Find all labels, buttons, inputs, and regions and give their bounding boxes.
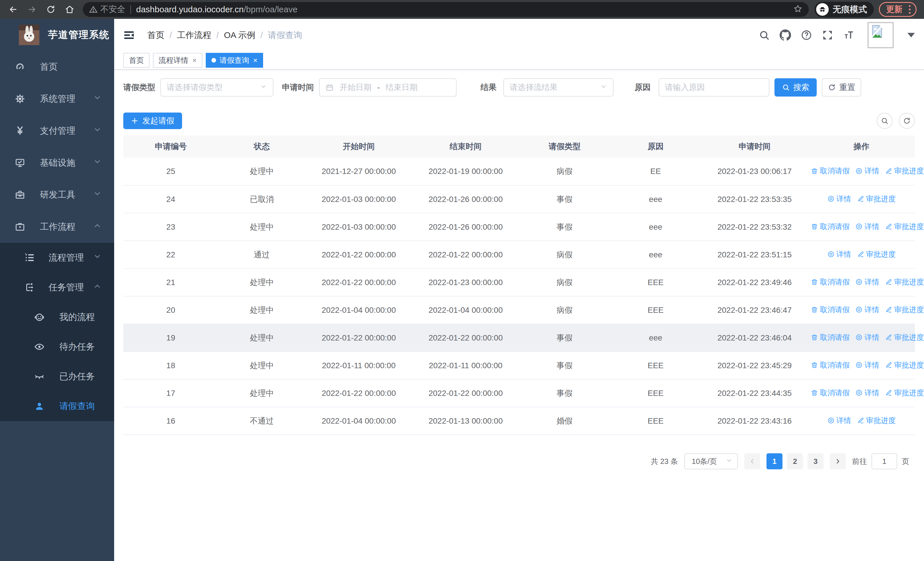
tab-leave-query[interactable]: 请假查询× bbox=[206, 53, 263, 68]
refresh-table-button[interactable] bbox=[899, 113, 915, 129]
detail-action-link[interactable]: 详情 bbox=[855, 166, 879, 176]
browser-update-button[interactable]: 更新 bbox=[879, 2, 916, 17]
sidebar-collapse-icon[interactable] bbox=[123, 29, 136, 41]
header-search-icon[interactable] bbox=[758, 28, 771, 42]
action-label: 审批进度 bbox=[866, 250, 896, 259]
sidebar-item-done-tasks[interactable]: 已办任务 bbox=[0, 362, 114, 391]
github-icon[interactable] bbox=[778, 28, 792, 42]
sidebar-item-leave-query[interactable]: 请假查询 bbox=[0, 391, 114, 421]
detail-action-link[interactable]: 详情 bbox=[855, 305, 879, 315]
breadcrumb-item[interactable]: 工作流程 bbox=[177, 29, 211, 41]
reset-button[interactable]: 重置 bbox=[822, 78, 861, 96]
security-indicator[interactable]: 不安全 bbox=[89, 4, 125, 15]
chevron-down-icon bbox=[725, 457, 733, 466]
action-label: 审批进度 bbox=[894, 332, 924, 343]
cancel-action-link[interactable]: 取消请假 bbox=[811, 388, 849, 398]
sidebar-item-infrastructure[interactable]: 基础设施 bbox=[0, 147, 114, 179]
cancel-action-link[interactable]: 取消请假 bbox=[811, 332, 849, 343]
sidebar-item-my-process[interactable]: 我的流程 bbox=[0, 302, 114, 332]
tab-close-icon[interactable]: × bbox=[253, 56, 257, 65]
browser-back-icon[interactable] bbox=[8, 4, 19, 15]
page-button-1[interactable]: 1 bbox=[766, 453, 783, 469]
edit-icon bbox=[885, 278, 892, 286]
progress-action-link[interactable]: 审批进度 bbox=[885, 277, 924, 287]
detail-action-link[interactable]: 详情 bbox=[827, 250, 851, 259]
page-size-select[interactable]: 10条/页 bbox=[684, 453, 738, 469]
apply-time-range-picker[interactable]: 开始日期 - 结束日期 bbox=[319, 78, 457, 96]
toggle-search-button[interactable] bbox=[877, 113, 892, 129]
leave-type-select[interactable]: 请选择请假类型 bbox=[160, 78, 273, 96]
app-logo-row[interactable]: 芋道管理系统 bbox=[0, 19, 114, 51]
detail-action-link[interactable]: 详情 bbox=[855, 222, 879, 232]
detail-action-link[interactable]: 详情 bbox=[855, 388, 879, 398]
goto-page-input[interactable]: 1 bbox=[872, 453, 897, 469]
tab-close-icon[interactable]: × bbox=[192, 56, 196, 65]
reason-input[interactable]: 请输入原因 bbox=[658, 78, 770, 96]
search-button[interactable]: 搜索 bbox=[774, 78, 817, 96]
page-button-2[interactable]: 2 bbox=[787, 453, 803, 469]
cancel-action-link[interactable]: 取消请假 bbox=[811, 166, 849, 176]
detail-action-link[interactable]: 详情 bbox=[855, 360, 879, 370]
cancel-action-link[interactable]: 取消请假 bbox=[811, 305, 849, 315]
sidebar-item-todo-tasks[interactable]: 待办任务 bbox=[0, 332, 114, 362]
cell-end-time: 2022-01-26 00:00:00 bbox=[412, 185, 519, 213]
tab-home[interactable]: 首页 bbox=[123, 53, 150, 68]
cancel-action-link[interactable]: 取消请假 bbox=[811, 222, 849, 232]
sidebar-item-payment-mgmt[interactable]: 支付管理 bbox=[0, 115, 114, 147]
table-row: 20处理中2022-01-04 00:00:002022-01-04 00:00… bbox=[123, 296, 915, 324]
column-header: 请假类型 bbox=[519, 135, 610, 158]
cell-reason: EEE bbox=[610, 296, 701, 324]
progress-action-link[interactable]: 审批进度 bbox=[885, 360, 924, 370]
avatar[interactable] bbox=[867, 22, 894, 48]
sidebar-item-task-mgmt[interactable]: 任务管理 bbox=[0, 272, 114, 302]
sidebar-item-home[interactable]: 首页 bbox=[0, 51, 114, 83]
browser-forward-icon[interactable] bbox=[26, 4, 38, 15]
progress-action-link[interactable]: 审批进度 bbox=[885, 166, 924, 176]
calendar-icon bbox=[325, 83, 334, 92]
detail-action-link[interactable]: 详情 bbox=[855, 277, 879, 287]
progress-action-link[interactable]: 审批进度 bbox=[885, 388, 924, 398]
help-icon[interactable] bbox=[800, 28, 813, 42]
detail-action-link[interactable]: 详情 bbox=[855, 332, 879, 343]
chevron-down-icon bbox=[93, 190, 102, 200]
progress-action-link[interactable]: 审批进度 bbox=[885, 222, 924, 232]
tab-process-detail[interactable]: 流程详情× bbox=[153, 53, 202, 68]
eye-detail-icon bbox=[855, 389, 862, 397]
progress-action-link[interactable]: 审批进度 bbox=[885, 305, 924, 315]
breadcrumb-item[interactable]: OA 示例 bbox=[224, 29, 255, 41]
progress-action-link[interactable]: 审批进度 bbox=[857, 194, 896, 204]
progress-action-link[interactable]: 审批进度 bbox=[857, 250, 896, 259]
create-leave-button[interactable]: 发起请假 bbox=[123, 113, 182, 129]
progress-action-link[interactable]: 审批进度 bbox=[885, 332, 924, 343]
font-size-icon[interactable] bbox=[842, 28, 855, 42]
page-button-3[interactable]: 3 bbox=[808, 453, 824, 469]
browser-home-icon[interactable] bbox=[64, 4, 75, 15]
cancel-action-link[interactable]: 取消请假 bbox=[811, 360, 849, 370]
detail-action-link[interactable]: 详情 bbox=[827, 416, 851, 426]
sidebar-item-system-mgmt[interactable]: 系统管理 bbox=[0, 83, 114, 115]
avatar-caret-icon[interactable] bbox=[908, 33, 915, 38]
fullscreen-icon[interactable] bbox=[821, 28, 834, 42]
browser-toolbar: 不安全 dashboard.yudao.iocoder.cn/bpm/oa/le… bbox=[0, 0, 924, 19]
sidebar-item-workflow[interactable]: 工作流程 bbox=[0, 211, 114, 243]
progress-action-link[interactable]: 审批进度 bbox=[857, 416, 896, 426]
browser-menu-icon[interactable] bbox=[908, 4, 912, 15]
table-tools bbox=[877, 113, 915, 129]
trash-icon bbox=[811, 223, 818, 230]
result-select[interactable]: 请选择流结果 bbox=[503, 78, 614, 96]
cell-end-time: 2022-01-22 00:00:00 bbox=[412, 379, 519, 407]
cell-end-time: 2022-01-04 00:00:00 bbox=[412, 296, 519, 324]
sidebar-item-process-mgmt[interactable]: 流程管理 bbox=[0, 243, 114, 272]
next-page-button[interactable] bbox=[830, 453, 846, 469]
prev-page-button[interactable] bbox=[744, 453, 760, 469]
breadcrumb-item[interactable]: 首页 bbox=[147, 29, 164, 41]
trash-icon bbox=[811, 306, 818, 313]
url-bar[interactable]: 不安全 dashboard.yudao.iocoder.cn/bpm/oa/le… bbox=[83, 2, 809, 17]
browser-reload-icon[interactable] bbox=[45, 4, 57, 15]
cancel-action-link[interactable]: 取消请假 bbox=[811, 277, 849, 287]
bookmark-star-icon[interactable] bbox=[793, 4, 802, 15]
detail-action-link[interactable]: 详情 bbox=[827, 194, 851, 204]
cell-reason: EEE bbox=[610, 269, 701, 296]
table-row: 18处理中2022-01-11 00:00:002022-01-11 00:00… bbox=[123, 352, 915, 379]
sidebar-item-dev-tools[interactable]: 研发工具 bbox=[0, 179, 114, 211]
